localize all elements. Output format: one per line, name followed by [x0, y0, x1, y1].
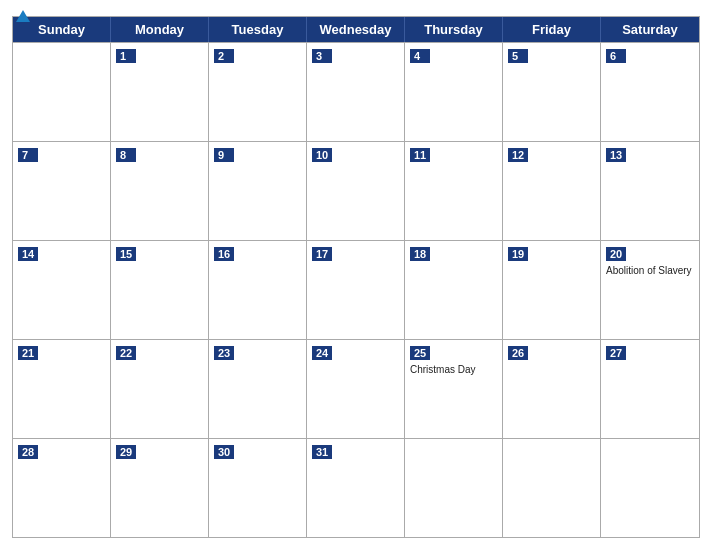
- cal-cell: 16: [209, 241, 307, 339]
- day-number: 4: [410, 49, 430, 63]
- cal-cell: 3: [307, 43, 405, 141]
- cal-cell: 7: [13, 142, 111, 240]
- day-number: 28: [18, 445, 38, 459]
- day-number: 15: [116, 247, 136, 261]
- day-number: 29: [116, 445, 136, 459]
- day-number: 30: [214, 445, 234, 459]
- cal-cell: 26: [503, 340, 601, 438]
- cal-cell: 13: [601, 142, 699, 240]
- day-number: 18: [410, 247, 430, 261]
- cal-cell: 15: [111, 241, 209, 339]
- day-number: 20: [606, 247, 626, 261]
- day-number: 6: [606, 49, 626, 63]
- day-header-saturday: Saturday: [601, 17, 699, 42]
- day-header-tuesday: Tuesday: [209, 17, 307, 42]
- cal-cell: [405, 439, 503, 537]
- cal-cell: 2: [209, 43, 307, 141]
- day-number: 5: [508, 49, 528, 63]
- logo-blue-text: [12, 10, 30, 22]
- week-row-3: 14151617181920Abolition of Slavery: [13, 240, 699, 339]
- cal-cell: 29: [111, 439, 209, 537]
- day-number: 16: [214, 247, 234, 261]
- day-number: 1: [116, 49, 136, 63]
- cal-cell: 12: [503, 142, 601, 240]
- cal-cell: 28: [13, 439, 111, 537]
- week-row-4: 2122232425Christmas Day2627: [13, 339, 699, 438]
- day-number: 26: [508, 346, 528, 360]
- day-number: 11: [410, 148, 430, 162]
- day-number: 3: [312, 49, 332, 63]
- cal-cell: 10: [307, 142, 405, 240]
- cal-cell: 20Abolition of Slavery: [601, 241, 699, 339]
- day-number: 2: [214, 49, 234, 63]
- cal-cell: [13, 43, 111, 141]
- day-number: 31: [312, 445, 332, 459]
- cal-cell: 5: [503, 43, 601, 141]
- calendar: SundayMondayTuesdayWednesdayThursdayFrid…: [12, 16, 700, 538]
- cal-cell: 27: [601, 340, 699, 438]
- day-number: 8: [116, 148, 136, 162]
- week-row-5: 28293031: [13, 438, 699, 537]
- cal-cell: 8: [111, 142, 209, 240]
- cal-cell: 17: [307, 241, 405, 339]
- day-number: 19: [508, 247, 528, 261]
- cal-cell: 22: [111, 340, 209, 438]
- cal-cell: [503, 439, 601, 537]
- calendar-header-row: SundayMondayTuesdayWednesdayThursdayFrid…: [13, 17, 699, 42]
- cal-cell: 24: [307, 340, 405, 438]
- cal-cell: 6: [601, 43, 699, 141]
- day-number: 14: [18, 247, 38, 261]
- day-number: 22: [116, 346, 136, 360]
- cal-cell: 23: [209, 340, 307, 438]
- cal-cell: 18: [405, 241, 503, 339]
- day-number: 27: [606, 346, 626, 360]
- day-header-monday: Monday: [111, 17, 209, 42]
- day-number: 7: [18, 148, 38, 162]
- logo-triangle-icon: [16, 10, 30, 22]
- page: SundayMondayTuesdayWednesdayThursdayFrid…: [0, 0, 712, 550]
- day-header-friday: Friday: [503, 17, 601, 42]
- cal-cell: 31: [307, 439, 405, 537]
- cal-cell: 1: [111, 43, 209, 141]
- cal-cell: [601, 439, 699, 537]
- day-number: 17: [312, 247, 332, 261]
- logo: [12, 10, 30, 22]
- day-number: 12: [508, 148, 528, 162]
- day-number: 9: [214, 148, 234, 162]
- cal-cell: 4: [405, 43, 503, 141]
- day-number: 21: [18, 346, 38, 360]
- day-header-wednesday: Wednesday: [307, 17, 405, 42]
- cal-cell: 14: [13, 241, 111, 339]
- event-label: Abolition of Slavery: [606, 264, 694, 277]
- week-row-1: 123456: [13, 42, 699, 141]
- cal-cell: 25Christmas Day: [405, 340, 503, 438]
- cal-cell: 11: [405, 142, 503, 240]
- cal-cell: 30: [209, 439, 307, 537]
- calendar-body: 1234567891011121314151617181920Abolition…: [13, 42, 699, 537]
- day-number: 24: [312, 346, 332, 360]
- day-number: 25: [410, 346, 430, 360]
- cal-cell: 19: [503, 241, 601, 339]
- cal-cell: 21: [13, 340, 111, 438]
- event-label: Christmas Day: [410, 363, 497, 376]
- day-number: 10: [312, 148, 332, 162]
- day-header-thursday: Thursday: [405, 17, 503, 42]
- cal-cell: 9: [209, 142, 307, 240]
- week-row-2: 78910111213: [13, 141, 699, 240]
- day-number: 13: [606, 148, 626, 162]
- day-number: 23: [214, 346, 234, 360]
